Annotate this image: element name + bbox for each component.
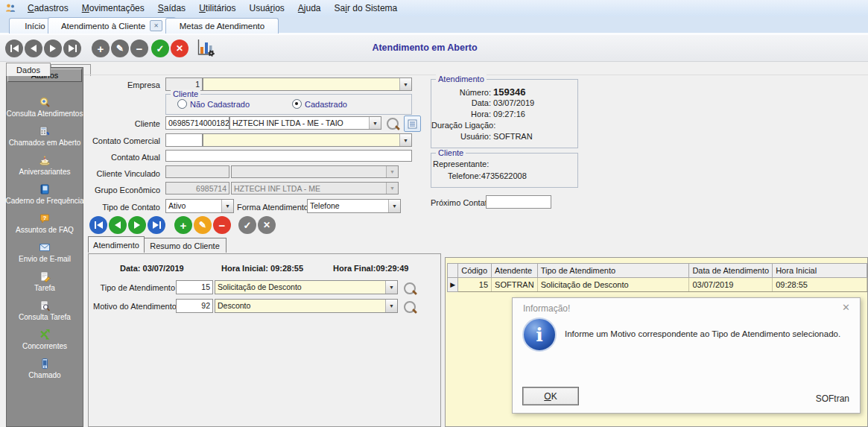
tab-metas-de-atendimento[interactable]: Metas de Atendimento (165, 18, 279, 34)
sidebar-item-chamados-em-aberto[interactable]: Chamados em Aberto (9, 125, 81, 147)
last-icon (69, 45, 75, 52)
grupo-economico-combo: HZTECH INF LTDA - ME▼ (231, 182, 399, 194)
atendimento-detail-panel: Data: 03/07/2019 Hora Inicial: 09:28:55 … (88, 253, 441, 427)
usuario-label: Usuário: (431, 132, 491, 141)
tipo-de-atendimento-combo[interactable]: Solicitação de Desconto▼ (215, 280, 398, 294)
tab-atendimento-detail[interactable]: Atendimento (88, 236, 145, 253)
menu-item-sair-do-sistema[interactable]: Sair do Sistema (328, 3, 405, 13)
sidebar-item-chamado[interactable]: Chamado (28, 358, 60, 379)
dropdown-arrow-icon[interactable]: ▼ (385, 281, 397, 294)
chart-settings-button[interactable] (196, 38, 215, 57)
detail-last-record-button[interactable] (148, 216, 165, 234)
sidebar-item-tarefa[interactable]: Tarefa (34, 271, 55, 292)
dropdown-arrow-icon[interactable]: ▼ (385, 300, 397, 312)
cliente-code-field[interactable]: 06985714000182 (165, 116, 229, 130)
menu-item-utilitarios[interactable]: Utilitários (192, 3, 242, 13)
dropdown-arrow-icon[interactable]: ▼ (399, 134, 411, 146)
crossed-arrows-icon (39, 329, 51, 341)
detail-next-record-button[interactable] (128, 216, 146, 234)
radio-nao-cadastrado[interactable]: Não Cadastrado (177, 99, 250, 109)
detail-previous-record-button[interactable] (109, 216, 127, 234)
tab-dados[interactable]: Dados (6, 63, 51, 76)
previous-record-button[interactable] (25, 39, 42, 57)
search-icon[interactable] (404, 301, 416, 313)
empresa-label: Empresa (89, 80, 160, 89)
last-record-button[interactable] (63, 39, 81, 57)
dropdown-arrow-icon[interactable]: ▼ (388, 200, 400, 212)
menu-item-saidas[interactable]: Saídas (151, 3, 192, 13)
tipo-de-contato-combo[interactable]: Ativo▼ (165, 199, 234, 213)
dropdown-arrow-icon[interactable]: ▼ (369, 117, 381, 129)
client-list-button[interactable] (404, 116, 421, 132)
cell-data: 03/07/2019 (689, 278, 773, 292)
motivo-do-atendimento-combo[interactable]: Desconto▼ (215, 299, 398, 313)
shortcuts-sidebar: Atalhos Consulta Atendimentos Chamados e… (6, 67, 83, 427)
information-dialog: Informação! ✕ i Informe um Motivo corres… (512, 297, 861, 414)
dialog-close-icon[interactable]: ✕ (842, 302, 850, 313)
info-icon: i (522, 317, 557, 352)
delete-record-button[interactable]: − (130, 39, 148, 57)
contato-comercial-code-field[interactable] (165, 133, 203, 147)
cake-icon (39, 154, 51, 166)
sidebar-item-caderno-de-frequencia[interactable]: Caderno de Frequência (5, 183, 83, 205)
table-row[interactable]: ▶ 15 SOFTRAN Solicitação de Desconto 03/… (448, 278, 867, 292)
detail-cancel-button[interactable]: ✕ (258, 216, 276, 234)
dropdown-arrow-icon[interactable]: ▼ (221, 200, 233, 212)
menu-item-ajuda[interactable]: Ajuda (291, 3, 328, 13)
edit-record-button[interactable]: ✎ (111, 39, 129, 57)
representante-label: Representante: (433, 159, 489, 168)
contato-atual-field[interactable] (165, 150, 412, 162)
first-icon (13, 45, 19, 52)
menu-item-cadastros[interactable]: Cadastros (21, 3, 75, 13)
empresa-combo[interactable]: ▼ (203, 78, 412, 91)
menu-bar: Cadastros Movimentações Saídas Utilitári… (0, 0, 868, 17)
menu-item-usuarios[interactable]: Usuários (242, 3, 291, 13)
motivo-do-atendimento-code-field[interactable]: 92 (176, 299, 213, 313)
add-record-button[interactable]: + (92, 39, 110, 57)
row-selector-icon[interactable]: ▶ (448, 278, 458, 292)
sidebar-item-aniversariantes[interactable]: Aniversariantes (19, 154, 71, 176)
dropdown-arrow-icon: ▼ (386, 183, 398, 194)
detail-confirm-button[interactable]: ✓ (238, 216, 256, 234)
cliente-vinculado-combo: ▼ (231, 165, 399, 178)
search-icon[interactable] (387, 118, 399, 130)
sidebar-item-concorrentes[interactable]: Concorrentes (22, 329, 67, 350)
contato-comercial-combo[interactable]: ▼ (203, 133, 412, 147)
detail-delete-button[interactable]: − (213, 216, 231, 234)
data-label: Data: (431, 98, 491, 107)
detail-add-button[interactable]: + (174, 216, 192, 234)
grid-header-data[interactable]: Data de Atendimento (689, 264, 773, 278)
menu-item-movimentacoes[interactable]: Movimentações (75, 3, 151, 13)
cliente-name-combo[interactable]: HZTECH INF LTDA - ME - TAIO▼ (229, 116, 381, 130)
grid-header-hora[interactable]: Hora Inicial (773, 264, 867, 278)
tab-atendimento-a-cliente[interactable]: Atendimento à Cliente ✕ (48, 17, 176, 34)
detail-edit-button[interactable]: ✎ (194, 216, 212, 234)
confirm-button[interactable]: ✓ (151, 39, 169, 57)
proximo-contato-field[interactable] (486, 195, 551, 209)
ok-button[interactable]: OK (522, 387, 579, 405)
sidebar-item-consulta-tarefa[interactable]: Consulta Tarefa (19, 300, 71, 321)
document-magnifier-icon (39, 300, 51, 311)
tab-close-icon[interactable]: ✕ (150, 20, 162, 31)
dropdown-arrow-icon[interactable]: ▼ (399, 78, 411, 90)
search-icon[interactable] (404, 282, 416, 294)
detail-first-record-button[interactable] (89, 216, 107, 234)
grid-header-codigo[interactable]: Código (458, 264, 492, 278)
cancel-button[interactable]: ✕ (171, 39, 189, 57)
contato-comercial-label: Contato Comercial (78, 136, 160, 145)
sidebar-item-envio-de-email[interactable]: Envio de E-mail (19, 241, 71, 263)
sidebar-item-assuntos-de-faq[interactable]: ? Assuntos de FAQ (16, 212, 74, 234)
dropdown-arrow-icon: ▼ (386, 166, 398, 177)
tipo-de-atendimento-code-field[interactable]: 15 (176, 280, 213, 294)
telefone-value: 4735622008 (481, 171, 527, 180)
grid-header-atendente[interactable]: Atendente (492, 264, 538, 278)
first-record-button[interactable] (5, 39, 23, 57)
grid-header-tipo[interactable]: Tipo de Atendimento (537, 264, 689, 278)
forma-atendimento-combo[interactable]: Telefone▼ (307, 199, 401, 213)
radio-cadastrado[interactable]: Cadastrado (292, 99, 347, 109)
next-record-button[interactable] (44, 39, 62, 57)
sidebar-item-consulta-atendimentos[interactable]: Consulta Atendimentos (7, 96, 83, 118)
dialog-brand: SOFtran (816, 393, 849, 404)
tab-resumo-do-cliente[interactable]: Resumo do Cliente (143, 238, 226, 253)
cell-codigo: 15 (458, 278, 492, 292)
